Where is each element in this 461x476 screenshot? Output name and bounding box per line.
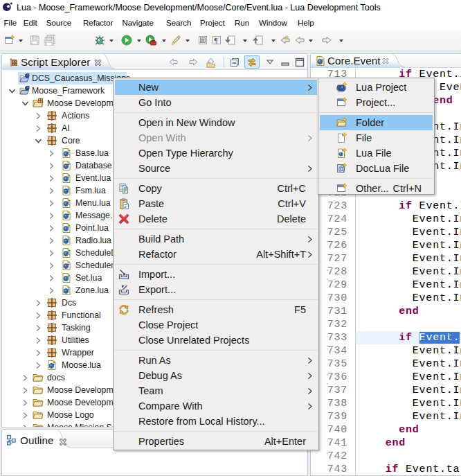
svg-text:¶: ¶: [215, 36, 218, 44]
